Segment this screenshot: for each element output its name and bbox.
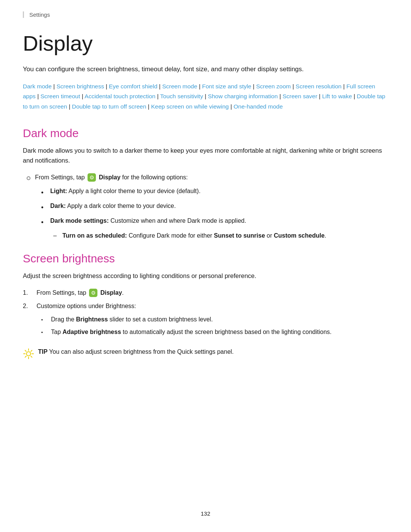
toc-link[interactable]: Show charging information: [208, 93, 278, 99]
step-1-num: 1.: [23, 288, 37, 298]
sun-icon: [23, 348, 34, 359]
page-number: 132: [0, 510, 411, 517]
toc-link[interactable]: Touch sensitivity: [160, 93, 203, 99]
dark-mode-dark-item: • Dark: Apply a dark color theme to your…: [41, 201, 388, 213]
svg-line-5: [25, 350, 26, 351]
dark-mode-settings-item: • Dark mode settings: Customize when and…: [41, 216, 388, 228]
dark-settings-item-text: Dark mode settings: Customize when and w…: [50, 216, 246, 226]
page-title: Display: [23, 32, 388, 55]
svg-line-8: [25, 356, 26, 358]
brightness-drag-item: ● Drag the Brightness slider to set a cu…: [41, 315, 388, 324]
toc-link[interactable]: One-handed mode: [234, 103, 283, 110]
adaptive-brightness-text: Tap Adaptive brightness to automatically…: [51, 328, 331, 337]
toc-links: Dark mode | Screen brightness | Eye comf…: [23, 81, 388, 112]
dark-mode-title: Dark mode: [23, 127, 388, 140]
dark-mode-from-settings: From Settings, tap Display for the follo…: [23, 173, 388, 183]
sub-bullet-dash: –: [53, 231, 62, 241]
screen-brightness-title: Screen brightness: [23, 252, 388, 265]
circle-bullet-shape: [27, 176, 30, 180]
page-container: Settings Display You can configure the s…: [0, 0, 411, 532]
small-bullet-1: ●: [41, 318, 49, 322]
from-settings-prefix: From Settings, tap: [35, 174, 86, 181]
tip-box: TIP You can also adjust screen brightnes…: [23, 347, 388, 363]
toc-link[interactable]: Screen resolution: [296, 83, 342, 89]
step-2-content: Customize options under Brightness:: [37, 302, 388, 311]
for-options: for the following options:: [121, 174, 188, 181]
tip-text-container: TIP You can also adjust screen brightnes…: [38, 347, 234, 357]
drag-brightness-text: Drag the Brightness slider to set a cust…: [51, 315, 213, 324]
settings-icon: [88, 173, 96, 182]
toc-link[interactable]: Dark mode: [23, 83, 52, 89]
bullet-dot-3: •: [41, 217, 50, 228]
toc-link[interactable]: Accidental touch protection: [84, 93, 155, 99]
svg-line-7: [31, 350, 32, 351]
schedule-item-text: Turn on as scheduled: Configure Dark mod…: [62, 231, 326, 241]
toc-link[interactable]: Double tap to turn off screen: [72, 103, 146, 110]
step-2-num: 2.: [23, 302, 37, 311]
step2-text: Customize options under Brightness:: [37, 303, 136, 309]
breadcrumb-text: Settings: [29, 11, 50, 18]
small-bullet-2: ●: [41, 330, 49, 335]
tip-icon: [23, 348, 38, 363]
brightness-adaptive-item: ● Tap Adaptive brightness to automatical…: [41, 328, 388, 337]
step1-period: .: [122, 289, 124, 296]
toc-link[interactable]: Screen zoom: [256, 83, 291, 89]
settings-icon-2: [89, 289, 97, 297]
dark-mode-step-text: From Settings, tap Display for the follo…: [35, 173, 188, 182]
toc-link[interactable]: Keep screen on while viewing: [151, 103, 229, 110]
svg-point-0: [27, 352, 31, 356]
circle-bullet-icon: [23, 174, 35, 183]
dark-item-text: Dark: Apply a dark color theme to your d…: [50, 201, 176, 211]
display-label: Display: [99, 174, 121, 181]
toc-link[interactable]: Screen saver: [282, 93, 317, 99]
toc-link[interactable]: Screen timeout: [40, 93, 80, 99]
step1-prefix: From Settings, tap: [37, 289, 88, 296]
brightness-step-2: 2. Customize options under Brightness:: [23, 302, 388, 311]
toc-link[interactable]: Screen brightness: [56, 83, 104, 89]
display-label-2: Display: [100, 289, 122, 296]
svg-line-6: [31, 356, 32, 358]
step-1-content: From Settings, tap Display.: [37, 288, 388, 298]
dark-mode-schedule-item: – Turn on as scheduled: Configure Dark m…: [53, 231, 388, 241]
toc-link[interactable]: Font size and style: [202, 83, 251, 89]
dark-mode-light-item: • Light: Apply a light color theme to yo…: [41, 187, 388, 198]
toc-link[interactable]: Screen mode: [162, 83, 197, 89]
tip-text: You can also adjust screen brightness fr…: [48, 348, 234, 355]
bullet-dot-1: •: [41, 188, 50, 198]
bullet-dot-2: •: [41, 203, 50, 213]
screen-brightness-intro: Adjust the screen brightness according t…: [23, 271, 388, 281]
intro-text: You can configure the screen brightness,…: [23, 64, 388, 74]
light-item-text: Light: Apply a light color theme to your…: [50, 187, 201, 196]
tip-label: TIP: [38, 348, 48, 355]
toc-link[interactable]: Eye comfort shield: [109, 83, 158, 89]
toc-link[interactable]: Lift to wake: [322, 93, 352, 99]
brightness-step-1: 1. From Settings, tap Display.: [23, 288, 388, 298]
breadcrumb: Settings: [23, 11, 388, 18]
dark-mode-intro: Dark mode allows you to switch to a dark…: [23, 146, 388, 165]
screen-brightness-section: Screen brightness Adjust the screen brig…: [23, 252, 388, 363]
